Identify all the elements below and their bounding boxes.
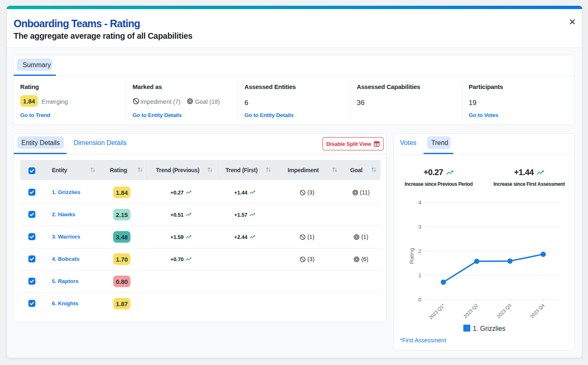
svg-text:2023 Q3: 2023 Q3 — [496, 303, 512, 319]
svg-text:3: 3 — [418, 224, 421, 230]
svg-text:2023 Q1*: 2023 Q1* — [428, 303, 446, 321]
svg-text:Rating: Rating — [409, 248, 415, 264]
svg-text:4: 4 — [418, 199, 421, 206]
svg-text:0: 0 — [418, 297, 421, 303]
svg-text:2: 2 — [418, 248, 421, 254]
svg-text:2023 Q2: 2023 Q2 — [462, 303, 479, 319]
svg-text:1: 1 — [418, 272, 421, 278]
svg-text:2023 Q4: 2023 Q4 — [529, 303, 546, 319]
